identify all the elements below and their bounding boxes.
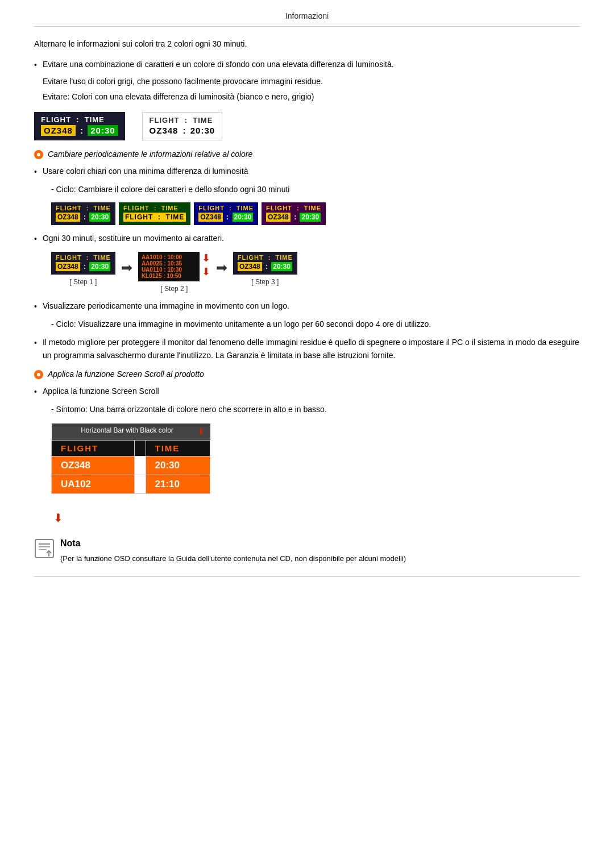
bullet-item-3: • Ogni 30 minuti, sostituire un moviment…: [34, 232, 580, 245]
colon-light: :: [180, 126, 188, 135]
header-title: Informazioni: [285, 11, 329, 20]
oz-label-light: OZ348: [150, 126, 179, 135]
oz-label-dark: OZ348: [41, 125, 76, 136]
hbar-r2c2: 21:10: [146, 475, 210, 493]
flight-title-dark: FLIGHT : TIME: [41, 115, 118, 124]
flight-title-light: FLIGHT : TIME: [150, 116, 215, 124]
hbar-mid-label: [135, 440, 146, 456]
cycle-time-1: 20:30: [89, 213, 110, 222]
hbar-down-arrow: ⬇: [53, 511, 63, 525]
cycle-colon-4: :: [292, 213, 298, 221]
bullet-dot-5: •: [34, 337, 37, 349]
step2-line3: UA0110 : 10:30: [142, 267, 196, 273]
cycle-bottom-3: OZ348 : 20:30: [198, 213, 254, 222]
cycle-time-3: 20:30: [233, 213, 254, 222]
hbar-r2c1: UA102: [52, 475, 135, 493]
step1-row: OZ348 : 20:30: [56, 262, 111, 271]
cycle-boxes-row: FLIGHT : TIME OZ348 : 20:30 FLIGHT : TIM…: [51, 202, 580, 225]
cycle-title-2: FLIGHT : TIME: [123, 205, 186, 211]
bullet-dot-1: •: [34, 59, 37, 71]
bullet-item-5: • Il metodo migliore per proteggere il m…: [34, 336, 580, 362]
step1-label: [ Step 1 ]: [69, 278, 97, 286]
bottom-border: [34, 576, 580, 577]
cycle-oz-3: OZ348: [198, 213, 223, 222]
cycle-oz-4: OZ348: [266, 213, 291, 222]
step3-label: [ Step 3 ]: [251, 278, 279, 286]
step3-time: 20:30: [271, 262, 292, 271]
cycle-colon-1: :: [82, 213, 88, 221]
hbar-table: Horizontal Bar with Black color ⬇ FLIGHT…: [51, 423, 210, 494]
flight-box-dark: FLIGHT : TIME OZ348 : 20:30: [34, 112, 125, 140]
step1-colon: :: [82, 263, 88, 271]
cycle-box-3: FLIGHT : TIME OZ348 : 20:30: [194, 202, 258, 225]
cycle-box-4: FLIGHT : TIME OZ348 : 20:30: [262, 202, 326, 225]
hbar-r1c1: OZ348: [52, 456, 135, 475]
step2-line1: AA1010 : 10:00: [142, 254, 196, 260]
step1-time: 20:30: [89, 262, 110, 271]
cycle-time-4: 20:30: [300, 213, 321, 222]
page-header: Informazioni: [34, 11, 580, 27]
orange-circle-1: [34, 150, 43, 159]
hbar-header-arrow: ⬇: [197, 426, 205, 437]
cycle-title-3: FLIGHT : TIME: [198, 205, 254, 211]
step2-label: [ Step 2 ]: [160, 285, 188, 293]
hbar-r1-sep: [135, 456, 146, 475]
hbar-header-row: Horizontal Bar with Black color ⬇: [52, 423, 210, 441]
arrow-2-wrapper: ➡: [216, 255, 227, 276]
hbar-header-cell: Horizontal Bar with Black color ⬇: [52, 423, 210, 441]
bullet-text-4: Visualizzare periodicamente una immagine…: [43, 300, 580, 312]
step3-row: OZ348 : 20:30: [238, 262, 293, 271]
nota-icon-wrapper: [34, 538, 55, 560]
step2-arrow-down: ⬇: [202, 253, 210, 263]
flight-demo-row1: FLIGHT : TIME OZ348 : 20:30 FLIGHT : TIM…: [34, 112, 580, 140]
step3-colon: :: [264, 263, 270, 271]
bullet-dot-6: •: [34, 386, 37, 398]
hbar-row1: OZ348 20:30: [52, 456, 210, 475]
time-label-light: 20:30: [190, 126, 215, 135]
page-container: Informazioni Alternare le informazioni s…: [0, 0, 614, 600]
sub-text-1b: Evitare: Colori con una elevata differen…: [43, 90, 580, 103]
sub-text-1a: Evitare l'uso di colori grigi, che posso…: [43, 75, 580, 88]
hbar-row2: UA102 21:10: [52, 475, 210, 493]
hbar-time-label: TIME: [146, 440, 210, 456]
steps-area: FLIGHT : TIME OZ348 : 20:30 [ Step 1 ] ➡…: [51, 252, 580, 293]
step1-title: FLIGHT : TIME: [56, 254, 111, 261]
step2-line2: AA0025 : 10:35: [142, 260, 196, 267]
step3-box: FLIGHT : TIME OZ348 : 20:30: [233, 252, 297, 275]
flight-row-dark: OZ348 : 20:30: [41, 125, 118, 136]
nota-content: Nota (Per la funzione OSD consultare la …: [60, 538, 406, 565]
hbar-title-row: FLIGHT TIME: [52, 440, 210, 456]
cycle-title-4: FLIGHT : TIME: [266, 205, 321, 211]
bullet-text-1: Evitare una combinazione di caratteri e …: [43, 58, 580, 103]
cycle-bottom-1: OZ348 : 20:30: [56, 213, 111, 222]
svg-rect-0: [35, 539, 53, 558]
cycle-oz-1: OZ348: [56, 213, 80, 222]
nota-text: (Per la funzione OSD consultare la Guida…: [60, 553, 406, 565]
orange-bullet-text-1: Cambiare periodicamente le informazioni …: [48, 149, 252, 159]
bullet-text-2: Usare colori chiari con una minima diffe…: [43, 165, 580, 177]
orange-bullet-text-2: Applica la funzione Screen Scroll al pro…: [48, 369, 204, 379]
cycle-bottom-2: FLIGHT : TIME: [123, 213, 186, 222]
step2-arrows: ⬇ ⬇: [202, 253, 210, 277]
cycle-box-2: FLIGHT : TIME FLIGHT : TIME: [119, 202, 190, 225]
time-label-dark: 20:30: [88, 125, 118, 136]
sub-item-cycle: - Ciclo: Cambiare il colore dei caratter…: [51, 184, 580, 196]
hbar-right-arrow: ⬇: [53, 494, 63, 525]
cycle-box-1: FLIGHT : TIME OZ348 : 20:30: [51, 202, 115, 225]
colon-dark: :: [78, 126, 85, 135]
orange-circle-2: [34, 370, 43, 379]
arrow-right-2: ➡: [216, 260, 227, 276]
step1-oz: OZ348: [56, 262, 80, 271]
step-block-2: AA1010 : 10:00 AA0025 : 10:35 UA0110 : 1…: [138, 252, 210, 293]
bullet-item-1: • Evitare una combinazione di caratteri …: [34, 58, 580, 103]
hbar-r2-sep: [135, 475, 146, 493]
cycle-title-1: FLIGHT : TIME: [56, 205, 111, 211]
intro-line: Alternare le informazioni sui colori tra…: [34, 38, 580, 50]
orange-bullet-2: Applica la funzione Screen Scroll al pro…: [34, 369, 580, 379]
orange-bullet-1: Cambiare periodicamente le informazioni …: [34, 149, 580, 159]
bullet-item-6: • Applica la funzione Screen Scroll: [34, 385, 580, 398]
hbar-flight-label: FLIGHT: [52, 440, 135, 456]
nota-section: Nota (Per la funzione OSD consultare la …: [34, 538, 580, 565]
bullet-text-5: Il metodo migliore per proteggere il mon…: [43, 336, 580, 362]
sub-item-hbar: - Sintomo: Una barra orizzontale di colo…: [51, 404, 580, 416]
